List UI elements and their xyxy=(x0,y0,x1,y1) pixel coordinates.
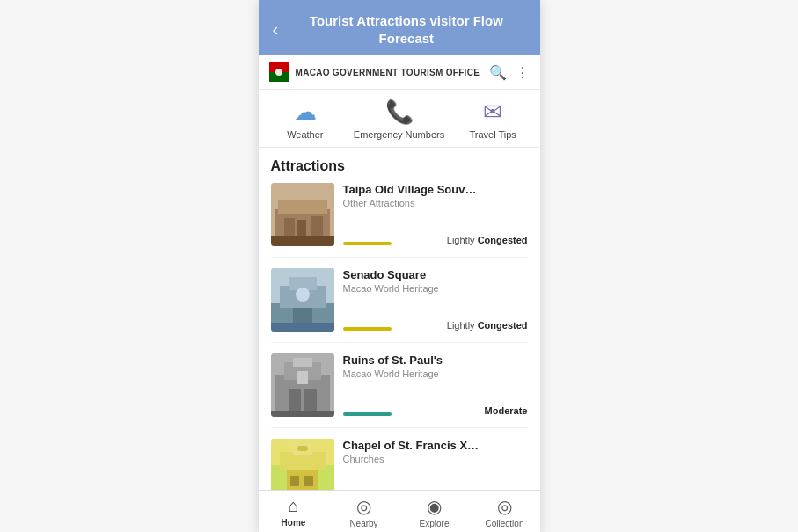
status-badge: Moderate xyxy=(485,405,528,416)
search-icon[interactable]: 🔍 xyxy=(489,64,507,81)
top-bar-icons: 🔍 ⋮ xyxy=(489,64,530,81)
tab-travel-label: Travel Tips xyxy=(469,129,516,140)
status-bold: Congested xyxy=(478,320,528,331)
list-item[interactable]: Senado Square Macao World Heritage Light… xyxy=(271,268,528,343)
nearby-icon: ◎ xyxy=(356,496,371,517)
top-bar: MACAO GOVERNMENT TOURISM OFFICE 🔍 ⋮ xyxy=(259,55,540,90)
attraction-category: Churches xyxy=(343,454,528,464)
attraction-info: Chapel of St. Francis X… Churches Modera… xyxy=(343,439,528,490)
tab-emergency-label: Emergency Numbers xyxy=(354,129,444,140)
svg-point-2 xyxy=(275,69,282,76)
tab-weather-label: Weather xyxy=(287,129,323,140)
attraction-info: Taipa Old Village Souv… Other Attraction… xyxy=(343,183,528,245)
svg-rect-16 xyxy=(271,323,334,332)
phone-frame: ‹ Tourist Attractions visitor Flow Forec… xyxy=(259,0,540,532)
attraction-info: Senado Square Macao World Heritage Light… xyxy=(343,268,528,331)
status-bold: Congested xyxy=(478,235,528,245)
phone-icon: 📞 xyxy=(385,98,414,126)
attraction-category: Macao World Heritage xyxy=(343,368,528,379)
congestion-bar xyxy=(343,412,392,416)
list-item[interactable]: Chapel of St. Francis X… Churches Modera… xyxy=(271,439,528,490)
bottom-nav-home[interactable]: ⌂ Home xyxy=(259,496,329,528)
congestion-bar xyxy=(343,327,392,331)
status-prefix: Lightly xyxy=(447,235,478,245)
svg-rect-31 xyxy=(290,476,299,486)
back-button[interactable]: ‹ xyxy=(273,19,279,40)
attraction-name: Senado Square xyxy=(343,268,528,281)
status-bold: Moderate xyxy=(485,405,528,416)
attraction-name: Taipa Old Village Souv… xyxy=(343,183,528,196)
status-prefix: Lightly xyxy=(447,320,478,331)
bottom-nav-collection[interactable]: ◎ Collection xyxy=(470,496,540,528)
svg-rect-9 xyxy=(271,236,334,246)
congestion-bar xyxy=(343,242,392,245)
explore-icon: ◉ xyxy=(427,496,442,517)
svg-rect-20 xyxy=(293,358,312,367)
attraction-info: Ruins of St. Paul's Macao World Heritage… xyxy=(343,353,528,416)
nav-tabs: ☁ Weather 📞 Emergency Numbers ✉ Travel T… xyxy=(259,90,540,148)
header-title: Tourist Attractions visitor Flow Forecas… xyxy=(287,12,525,47)
tab-weather[interactable]: ☁ Weather xyxy=(259,98,353,140)
bottom-nav-explore-label: Explore xyxy=(420,519,450,528)
svg-rect-23 xyxy=(297,371,308,384)
more-icon[interactable]: ⋮ xyxy=(516,64,530,81)
status-badge: Lightly Congested xyxy=(447,320,528,331)
bottom-nav-home-label: Home xyxy=(282,518,306,528)
weather-icon: ☁ xyxy=(294,98,317,126)
header: ‹ Tourist Attractions visitor Flow Forec… xyxy=(259,0,540,55)
bottom-nav: ⌂ Home ◎ Nearby ◉ Explore ◎ Collection xyxy=(259,490,540,532)
macao-logo xyxy=(269,62,289,82)
attraction-name: Chapel of St. Francis X… xyxy=(343,439,528,452)
svg-rect-5 xyxy=(278,200,327,214)
bottom-nav-nearby-label: Nearby xyxy=(349,519,377,528)
svg-rect-6 xyxy=(284,218,295,236)
tab-travel[interactable]: ✉ Travel Tips xyxy=(446,98,540,140)
svg-rect-29 xyxy=(297,446,308,451)
svg-rect-24 xyxy=(271,411,334,417)
list-item[interactable]: Ruins of St. Paul's Macao World Heritage… xyxy=(271,353,528,428)
list-item[interactable]: Taipa Old Village Souv… Other Attraction… xyxy=(271,183,528,258)
svg-rect-32 xyxy=(304,476,313,486)
attraction-thumbnail xyxy=(271,183,334,246)
attraction-thumbnail xyxy=(271,439,334,490)
home-icon: ⌂ xyxy=(288,496,298,516)
tab-emergency[interactable]: 📞 Emergency Numbers xyxy=(352,98,446,140)
collection-icon: ◎ xyxy=(497,496,512,517)
content-area: Attractions Taipa Old Village Souv… Othe… xyxy=(259,148,540,490)
section-title: Attractions xyxy=(271,158,528,174)
attraction-category: Other Attractions xyxy=(343,198,528,208)
org-name: MACAO GOVERNMENT TOURISM OFFICE xyxy=(296,68,482,77)
svg-rect-7 xyxy=(297,220,306,236)
bottom-nav-collection-label: Collection xyxy=(486,519,524,528)
attraction-thumbnail xyxy=(271,268,334,332)
attraction-thumbnail xyxy=(271,353,334,417)
svg-rect-8 xyxy=(311,216,323,236)
status-badge: Lightly Congested xyxy=(447,235,528,245)
attraction-name: Ruins of St. Paul's xyxy=(343,353,528,367)
svg-point-15 xyxy=(296,288,310,302)
mail-icon: ✉ xyxy=(483,98,502,126)
bottom-nav-nearby[interactable]: ◎ Nearby xyxy=(329,496,399,528)
attraction-category: Macao World Heritage xyxy=(343,283,528,294)
bottom-nav-explore[interactable]: ◉ Explore xyxy=(399,496,470,528)
